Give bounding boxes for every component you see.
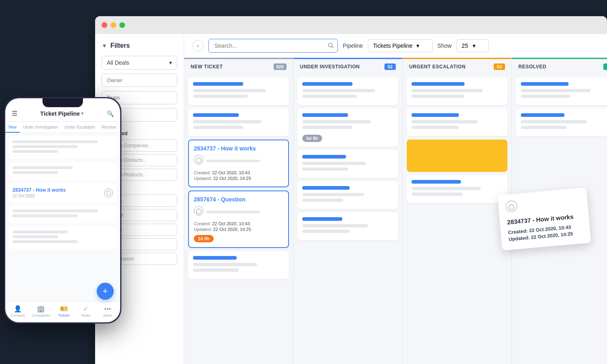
card-yellow-highlight[interactable] (407, 140, 507, 172)
show-chevron-icon: ▾ (473, 42, 475, 49)
deals-dropdown[interactable]: All Deals ▾ (102, 56, 177, 70)
column-urgent-escalation: URGENT ESCALATION 53 (403, 58, 512, 364)
pipeline-label: Pipeline (343, 42, 363, 49)
phone-fab-button[interactable]: + (97, 283, 114, 300)
card-skeleton[interactable] (188, 77, 289, 105)
phone-list-item[interactable] (8, 136, 117, 159)
phone-menu-icon[interactable]: ☰ (12, 110, 17, 117)
phone-list-item[interactable] (8, 205, 117, 223)
owner-input[interactable] (102, 74, 177, 87)
traffic-light-red[interactable] (102, 22, 107, 28)
show-value: 25 (462, 42, 468, 49)
card-skeleton[interactable] (516, 108, 607, 136)
card-2857674[interactable]: 2857674 - Question ◯ Created: 22 Oct 202… (188, 190, 289, 248)
card-skeleton[interactable] (516, 77, 607, 105)
phone-nav-contacts[interactable]: 👤 Contacts (10, 305, 26, 317)
phone-nav-label-contacts: Contacts (11, 313, 25, 317)
tickets-icon: 🎫 (60, 305, 68, 313)
card-skeleton[interactable] (188, 108, 289, 136)
phone-list: 2834737 - How it works 22 Oct 2020 ◯ (5, 133, 120, 301)
show-select[interactable]: 25 ▾ (456, 39, 489, 52)
column-header-investigation: UNDER INVESTIGATION 52 (293, 58, 402, 74)
phone-tab-investigation[interactable]: Under Investigation (20, 122, 61, 133)
phone-title: Ticket Pipeline (40, 110, 80, 117)
phone-notch (42, 98, 83, 107)
phone-nav-companies[interactable]: 🏢 Companies (32, 305, 50, 317)
card-skeleton[interactable] (297, 181, 398, 209)
phone-tab-escalation[interactable]: Under Escalation (61, 122, 98, 133)
card-skeleton[interactable] (188, 251, 289, 279)
phone-nav-label-companies: Companies (32, 313, 50, 317)
svg-point-0 (329, 43, 332, 47)
show-label: Show (437, 42, 452, 49)
card-assignee-line (206, 160, 260, 162)
card-skeleton[interactable] (407, 108, 507, 136)
pipeline-chevron-icon: ▾ (416, 42, 419, 49)
tasks-icon: ✓ (83, 305, 88, 313)
filter-header: ▼ Filters (102, 42, 177, 49)
phone-screen: ☰ Ticket Pipeline ▾ 🔍 New Under Investig… (5, 98, 120, 322)
column-header-escalation: URGENT ESCALATION 53 (403, 58, 511, 74)
pipeline-value: Tickets Pipeline (373, 42, 413, 49)
card-updated-2: Updated: 22 Oct 2020, 14:25 (194, 227, 283, 232)
card-skeleton[interactable] (297, 150, 398, 178)
phone-nav-tickets[interactable]: 🎫 Tickets (56, 305, 72, 317)
phone-named-title: 2834737 - How it works (13, 187, 66, 193)
phone-nav-label-tickets: Tickets (58, 313, 70, 317)
back-button[interactable]: ‹ (192, 40, 204, 51)
card-avatar-icon: ◯ (194, 155, 204, 165)
column-cards-investigation: 0d 9h (293, 74, 402, 364)
filter-icon: ▼ (102, 42, 107, 49)
phone-nav-tasks[interactable]: ✓ Tasks (78, 305, 94, 317)
card-skeleton[interactable]: 0d 9h (297, 108, 398, 147)
card-title-question: 2857674 - Question (194, 196, 283, 203)
svg-line-1 (332, 47, 333, 48)
phone-named-date: 22 Oct 2020 (13, 194, 66, 198)
phone-list-item[interactable] (8, 226, 117, 249)
traffic-light-yellow[interactable] (110, 22, 116, 28)
phone-nav-label-tasks: Tasks (81, 313, 90, 317)
floating-tooltip: ◯ 2834737 - How it works Created: 22 Oct… (497, 188, 591, 251)
card-created: Created: 22 Oct 2020, 10:43 (194, 170, 283, 175)
toolbar: ‹ Pipeline Tickets Pipeline ▾ Show 25 ▾ (184, 34, 607, 58)
card-skeleton[interactable] (297, 77, 398, 105)
column-title-resolved: RESOLVED (518, 64, 546, 70)
column-under-investigation: UNDER INVESTIGATION 52 (293, 58, 403, 364)
tooltip-title: 2834737 - How it works (507, 212, 582, 226)
column-header-new: NEW TICKET 926 (184, 58, 293, 74)
card-skeleton[interactable] (407, 175, 507, 203)
phone-tab-resolve[interactable]: Resolve (98, 122, 119, 133)
phone-list-item[interactable] (8, 162, 117, 180)
search-icon (327, 42, 334, 50)
contacts-icon: 👤 (14, 305, 22, 313)
traffic-light-green[interactable] (119, 22, 125, 28)
column-title-escalation: URGENT ESCALATION (409, 64, 466, 70)
phone-mockup: ☰ Ticket Pipeline ▾ 🔍 New Under Investig… (4, 97, 121, 324)
column-badge-investigation: 52 (384, 63, 396, 70)
search-input[interactable] (208, 39, 338, 53)
card-title: 2834737 - How it works (194, 145, 283, 152)
phone-item-avatar-icon: ◯ (104, 188, 113, 197)
card-skeleton[interactable] (407, 77, 507, 105)
phone-search-icon[interactable]: 🔍 (107, 110, 114, 117)
card-avatar-icon: ◯ (194, 206, 204, 216)
companies-icon: 🏢 (37, 305, 45, 313)
card-skeleton[interactable] (297, 212, 398, 240)
pipeline-select[interactable]: Tickets Pipeline ▾ (368, 39, 433, 52)
phone-tab-new[interactable]: New (5, 122, 20, 133)
investigation-time-badge: 0d 9h (302, 135, 322, 142)
card-assignee-line (206, 211, 260, 213)
phone-nav-label-more: More (104, 313, 112, 317)
phone-bottom-nav: 👤 Contacts 🏢 Companies 🎫 Tickets ✓ Tasks… (5, 301, 120, 322)
column-cards-new: 2834737 - How it works ◯ Created: 22 Oct… (184, 74, 293, 364)
card-2834737-new[interactable]: 2834737 - How it works ◯ Created: 22 Oct… (188, 140, 289, 187)
kanban-board: NEW TICKET 926 (184, 58, 607, 364)
column-cards-escalation (403, 74, 511, 364)
phone-title-chevron-icon: ▾ (81, 111, 84, 116)
card-created-2: Created: 22 Oct 2020, 10:43 (194, 221, 283, 226)
phone-nav-more[interactable]: ••• More (100, 305, 116, 317)
card-updated: Updated: 22 Oct 2020, 14:25 (194, 176, 283, 181)
phone-named-item-2834737[interactable]: 2834737 - How it works 22 Oct 2020 ◯ (8, 183, 117, 202)
column-badge-new: 926 (274, 63, 287, 70)
app-layout: ▼ Filters All Deals ▾ Associated Search … (95, 34, 607, 364)
